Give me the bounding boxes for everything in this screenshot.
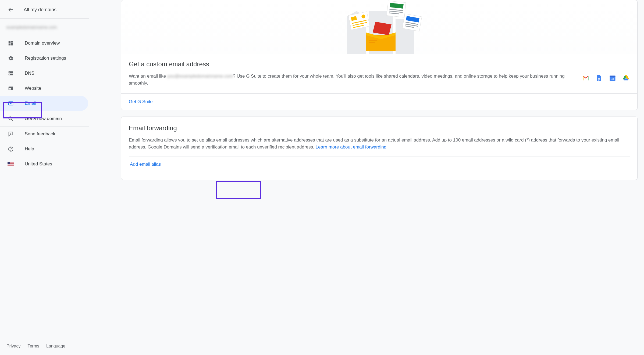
gear-icon — [8, 55, 14, 61]
gsuite-title: Get a custom email address — [129, 60, 630, 68]
help-icon — [8, 146, 14, 152]
footer-language-link[interactable]: Language — [46, 344, 65, 349]
nav-item-country[interactable]: United States — [0, 157, 88, 172]
svg-point-6 — [9, 72, 10, 73]
email-forwarding-card: Email forwarding Email forwarding allows… — [121, 117, 638, 180]
nav-label: Help — [25, 146, 34, 152]
gsuite-email-example: you@exampledomainname.com — [167, 74, 233, 79]
svg-rect-46 — [402, 14, 422, 31]
dashboard-icon — [8, 40, 14, 46]
nav-item-dns[interactable]: DNS — [0, 66, 88, 81]
email-icon — [8, 100, 14, 107]
svg-rect-25 — [8, 162, 10, 164]
sidebar-footer: Privacy Terms Language — [0, 344, 89, 355]
back-arrow-icon[interactable] — [8, 6, 14, 13]
sidebar: All my domains exampledomainname.com Dom… — [0, 0, 89, 355]
svg-rect-53 — [598, 80, 600, 81]
svg-rect-4 — [9, 71, 13, 73]
nav-label: Domain overview — [25, 41, 60, 46]
svg-rect-33 — [369, 42, 375, 43]
svg-rect-24 — [8, 166, 14, 166]
website-icon — [8, 85, 14, 92]
svg-rect-10 — [9, 88, 11, 89]
nav-label: United States — [25, 161, 52, 167]
docs-icon — [595, 74, 603, 83]
feedback-icon — [8, 131, 14, 137]
nav-item-email[interactable]: Email — [0, 96, 88, 111]
gsuite-description: Want an email like you@exampledomainname… — [129, 73, 571, 87]
svg-point-12 — [9, 117, 12, 120]
learn-more-link[interactable]: Learn more about email forwarding — [316, 144, 387, 150]
annotation-highlight-alias — [216, 181, 261, 199]
gsuite-app-icons: 31 — [582, 73, 630, 83]
sidebar-header: All my domains — [0, 0, 89, 19]
nav-label: DNS — [25, 71, 34, 76]
nav-label: Registration settings — [25, 56, 66, 61]
nav-label: Email — [25, 101, 36, 106]
get-gsuite-button[interactable]: Get G Suite — [129, 99, 153, 104]
gsuite-text-prefix: Want an email like — [129, 74, 167, 79]
nav-label: Website — [25, 86, 41, 91]
gsuite-card: Get a custom email address Want an email… — [121, 0, 638, 110]
calendar-icon: 31 — [609, 74, 616, 83]
sidebar-title[interactable]: All my domains — [24, 7, 56, 13]
nav-item-registration-settings[interactable]: Registration settings — [0, 51, 88, 66]
svg-rect-3 — [9, 44, 10, 45]
svg-point-15 — [10, 134, 11, 135]
forwarding-title: Email forwarding — [129, 124, 630, 132]
svg-line-13 — [12, 119, 13, 121]
gmail-icon — [582, 74, 589, 83]
dns-icon — [8, 70, 14, 77]
forwarding-description: Email forwarding allows you to set up al… — [129, 137, 630, 151]
nav-item-domain-overview[interactable]: Domain overview — [0, 36, 88, 51]
nav-item-website[interactable]: Website — [0, 81, 88, 96]
svg-rect-1 — [11, 41, 13, 42]
svg-point-17 — [10, 150, 11, 150]
svg-rect-5 — [9, 74, 13, 75]
nav-list: Domain overview Registration settings DN… — [0, 34, 89, 111]
svg-text:31: 31 — [611, 77, 614, 81]
nav-item-help[interactable]: Help — [0, 142, 88, 157]
drive-icon — [622, 74, 630, 83]
svg-rect-52 — [598, 79, 600, 80]
gsuite-action-row: Get G Suite — [121, 93, 637, 110]
alias-row: Add email alias — [129, 157, 630, 172]
svg-rect-55 — [610, 76, 615, 77]
svg-rect-23 — [8, 165, 14, 165]
domain-name-label: exampledomainname.com — [0, 19, 89, 34]
nav-label: Send feedback — [25, 131, 55, 137]
svg-rect-32 — [369, 40, 377, 41]
nav-item-send-feedback[interactable]: Send feedback — [0, 126, 88, 142]
search-icon — [8, 115, 14, 122]
svg-rect-0 — [9, 41, 10, 43]
main-content: Get a custom email address Want an email… — [89, 0, 644, 355]
svg-rect-22 — [8, 164, 14, 165]
nav-item-get-new-domain[interactable]: Get a new domain — [0, 111, 88, 126]
us-flag-icon — [8, 161, 14, 167]
footer-terms-link[interactable]: Terms — [27, 344, 39, 349]
svg-point-7 — [9, 74, 10, 75]
svg-rect-2 — [11, 42, 13, 45]
gsuite-illustration — [121, 0, 637, 54]
add-email-alias-button[interactable]: Add email alias — [129, 157, 162, 172]
nav-label: Get a new domain — [25, 116, 62, 121]
footer-privacy-link[interactable]: Privacy — [6, 344, 20, 349]
svg-rect-51 — [598, 78, 600, 79]
